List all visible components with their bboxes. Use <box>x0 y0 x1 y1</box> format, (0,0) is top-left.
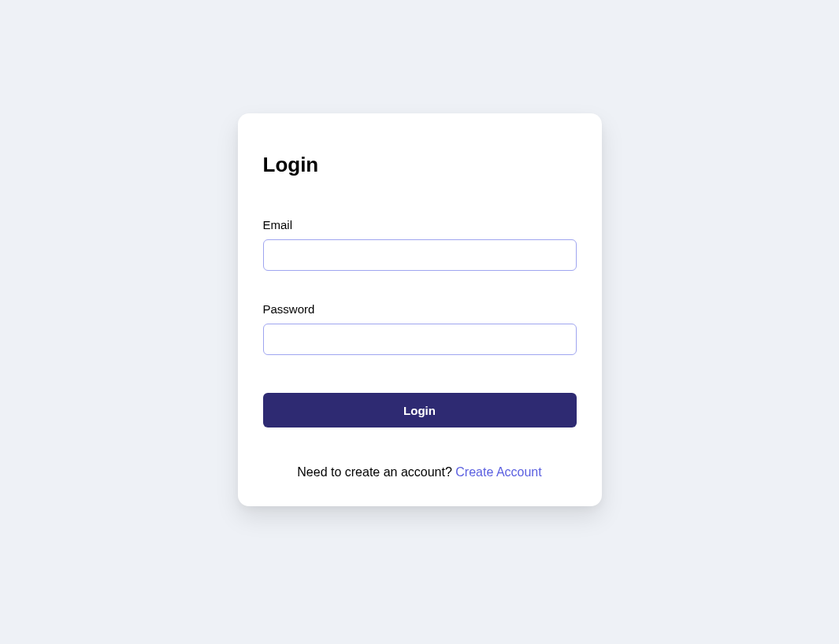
login-button[interactable]: Login <box>263 393 577 427</box>
password-label: Password <box>263 302 577 316</box>
password-field[interactable] <box>263 324 577 355</box>
login-card: Login Email Password Login Need to creat… <box>238 113 602 506</box>
login-form: Email Password Login <box>263 218 577 427</box>
email-label: Email <box>263 218 577 231</box>
email-field[interactable] <box>263 239 577 271</box>
email-group: Email <box>263 218 577 271</box>
create-account-link[interactable]: Create Account <box>455 465 541 479</box>
password-group: Password <box>263 302 577 355</box>
footer-prompt-text: Need to create an account? <box>297 465 455 479</box>
create-account-prompt: Need to create an account? Create Accoun… <box>263 465 577 479</box>
login-title: Login <box>263 153 577 177</box>
